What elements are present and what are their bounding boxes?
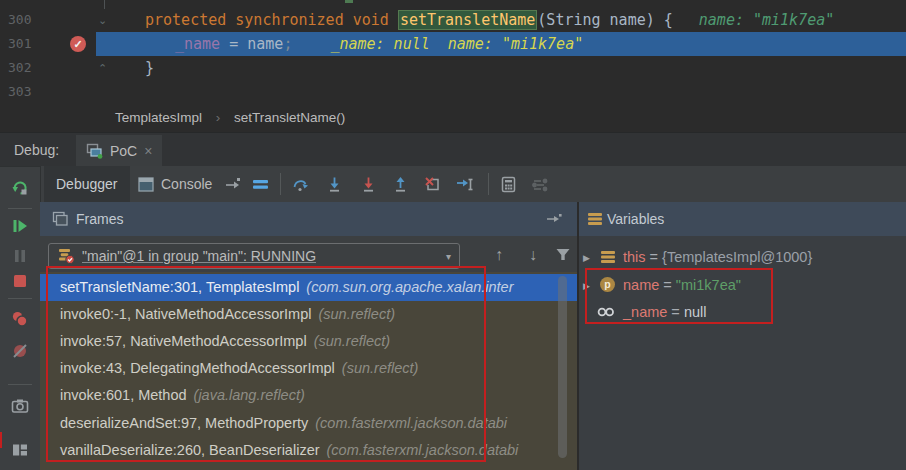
debug-session-title: PoC xyxy=(110,143,137,159)
toolbar-separator xyxy=(488,173,489,195)
rail-separator xyxy=(8,384,32,385)
ide-debug-window: 300 301 302 303 ✓ ⌄ ⌃ protected synchron… xyxy=(0,0,906,470)
field-token: _name xyxy=(175,35,220,53)
variables-panel-title: Variables xyxy=(607,202,664,236)
debug-session-icon xyxy=(86,143,103,159)
debug-toolwindow-header: Debug: PoC × xyxy=(0,132,906,167)
line-number: 301 xyxy=(8,32,48,56)
code-line-300[interactable]: protected synchronized void setTransletN… xyxy=(145,8,834,32)
semicolon-token: ; xyxy=(283,35,292,53)
filter-frames-icon[interactable] xyxy=(552,244,574,266)
tab-console-label: Console xyxy=(161,176,212,192)
line-number: 302 xyxy=(8,56,48,80)
tab-debugger-label: Debugger xyxy=(56,176,118,192)
stop-button[interactable] xyxy=(11,272,29,290)
code-line-301[interactable]: _name = name;_name: nullname: "mi1k7ea" xyxy=(175,32,583,56)
operator-token: = xyxy=(220,35,247,53)
inline-debugger-hint: _name: null xyxy=(330,35,429,53)
evaluate-expression-icon[interactable] xyxy=(500,176,517,193)
variable-name: this xyxy=(623,249,646,265)
breadcrumb-method[interactable]: setTransletName() xyxy=(234,110,345,125)
run-to-cursor-icon[interactable] xyxy=(456,176,473,193)
line-number: 300 xyxy=(8,8,48,32)
debug-label: Debug: xyxy=(14,133,59,167)
step-over-icon[interactable] xyxy=(292,176,309,193)
breadcrumb-separator: › xyxy=(216,110,221,125)
object-icon xyxy=(600,249,616,265)
restore-layout-button[interactable] xyxy=(11,441,29,459)
panel-header-bar: Frames Variables xyxy=(40,202,906,236)
variable-value: {TemplatesImpl@1000} xyxy=(662,249,812,265)
breadcrumb: TemplatesImpl › setTransletName() xyxy=(0,104,906,132)
step-out-icon[interactable] xyxy=(392,176,409,193)
tab-console[interactable]: Console xyxy=(126,166,224,202)
tab-debugger[interactable]: Debugger xyxy=(44,166,130,202)
pause-button xyxy=(11,247,29,265)
close-icon[interactable]: × xyxy=(144,143,152,159)
drop-frame-icon[interactable] xyxy=(424,176,441,193)
breadcrumb-class[interactable]: TemplatesImpl xyxy=(115,110,202,125)
pin-execution-icon[interactable] xyxy=(546,212,562,226)
debugger-toolbar: Debugger Console xyxy=(40,166,906,203)
arg-token: name xyxy=(247,35,283,53)
resume-button[interactable] xyxy=(11,217,29,235)
annotation-fragment xyxy=(0,432,2,448)
breakpoint-icon[interactable]: ✓ xyxy=(70,36,86,52)
annotation-rect-variables xyxy=(585,268,773,324)
view-breakpoints-button[interactable] xyxy=(11,310,29,328)
toolbar-separator xyxy=(280,173,281,195)
annotation-rect-frames xyxy=(46,266,486,462)
frames-scrollbar[interactable] xyxy=(558,276,567,458)
trace-streams-icon xyxy=(532,176,549,193)
variables-icon xyxy=(587,211,603,227)
inline-debugger-hint: name: "mi1k7ea" xyxy=(699,11,834,29)
code-editor[interactable]: 300 301 302 303 ✓ ⌄ ⌃ protected synchron… xyxy=(0,0,906,104)
frame-up-button[interactable]: ↑ xyxy=(488,244,510,266)
rail-separator xyxy=(8,298,32,299)
equals-sign: = xyxy=(646,249,663,265)
method-name-highlighted: setTransletName xyxy=(398,10,537,30)
code-params: (String name) { xyxy=(537,11,672,29)
debug-left-toolbar xyxy=(0,166,41,470)
fold-marker-collapse-icon[interactable]: ⌄ xyxy=(98,8,112,32)
thread-selector-value: "main"@1 in group "main": RUNNING xyxy=(82,248,316,264)
thread-dump-camera-button[interactable] xyxy=(11,397,29,415)
variable-row-this[interactable]: ▶ this = {TemplatesImpl@1000} xyxy=(579,244,906,270)
frames-panel-title: Frames xyxy=(76,202,123,236)
mute-breakpoints-button[interactable] xyxy=(11,342,29,360)
frame-down-button[interactable]: ↓ xyxy=(522,244,544,266)
show-execution-point-icon[interactable] xyxy=(224,176,241,193)
fold-marker-end-icon[interactable]: ⌃ xyxy=(98,56,112,80)
rail-separator xyxy=(8,208,32,209)
code-keywords: protected synchronized void xyxy=(145,11,398,29)
debug-session-tab[interactable]: PoC × xyxy=(76,135,162,167)
line-number: 303 xyxy=(8,80,48,104)
chevron-down-icon: ▾ xyxy=(446,251,451,262)
rerun-button[interactable] xyxy=(11,179,29,197)
force-step-into-icon[interactable] xyxy=(360,176,377,193)
step-into-icon[interactable] xyxy=(326,176,343,193)
console-icon xyxy=(138,177,154,192)
frames-icon xyxy=(52,211,69,227)
code-line-302[interactable]: } xyxy=(145,56,154,80)
threads-view-icon[interactable] xyxy=(252,176,269,193)
thread-icon xyxy=(57,248,75,265)
highlight-fragment xyxy=(345,0,353,3)
inline-debugger-hint: name: "mi1k7ea" xyxy=(448,35,583,53)
